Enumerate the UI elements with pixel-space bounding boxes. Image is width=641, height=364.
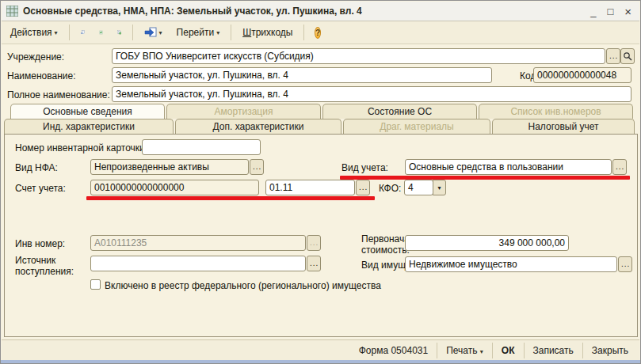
ok-button[interactable]: ОК xyxy=(495,343,521,358)
source-label-line2: поступления: xyxy=(15,266,74,277)
initial-cost-label-line2: стоимость: xyxy=(361,245,410,256)
source-field[interactable] xyxy=(90,256,306,271)
name-field[interactable]: Земельный участок, ул. Пушкина, вл. 4 xyxy=(112,67,492,83)
source-label-line1: Источник xyxy=(15,255,55,266)
name-label: Наименование: xyxy=(7,70,76,82)
goto-menu-button[interactable]: Перейти ▾ xyxy=(171,24,226,41)
go-button[interactable]: ▾ xyxy=(139,23,168,42)
registry-checkbox[interactable] xyxy=(90,279,101,290)
toolbar-separator xyxy=(132,25,133,40)
tab-sostoyanie-os[interactable]: Состояние ОС xyxy=(322,104,477,119)
go-arrow-icon xyxy=(144,26,157,39)
registry-checkbox-label: Включено в реестр федерального (регионал… xyxy=(105,280,381,291)
institution-ellipsis-button[interactable]: ... xyxy=(606,48,620,64)
chevron-down-icon: ▾ xyxy=(159,29,162,36)
toolbar-separator xyxy=(231,25,231,40)
footer-bar: Форма 0504031 Печать ▾ ОК Записать Закры… xyxy=(2,339,639,360)
footer-separator xyxy=(437,343,437,358)
barcodes-accel: Ш xyxy=(242,27,251,38)
kfo-dropdown-button[interactable]: ▾ xyxy=(433,180,446,195)
property-kind-ellipsis-button[interactable]: ... xyxy=(618,256,632,272)
institution-field[interactable]: ГОБУ ВПО Университет искусств (Субсидия) xyxy=(112,48,605,64)
chevron-down-icon: ▾ xyxy=(216,29,219,36)
accounting-kind-ellipsis-button[interactable]: ... xyxy=(612,159,627,175)
chevron-down-icon: ▾ xyxy=(55,29,58,36)
property-kind-field[interactable]: Недвижимое имущество xyxy=(405,256,617,272)
close-icon[interactable]: × xyxy=(624,6,631,17)
institution-search-button[interactable] xyxy=(620,48,635,64)
kfo-label: КФО: xyxy=(379,183,401,194)
tab-dop-kharakteristiki[interactable]: Доп. характеристики xyxy=(175,119,341,134)
window-title: Основные средства, НМА, НПА: Земельный у… xyxy=(23,6,586,17)
search-icon xyxy=(623,51,632,61)
doc-arrow-left-icon xyxy=(81,26,85,39)
tab-drag-materialy[interactable]: Драг. материалы xyxy=(343,119,490,134)
minimize-icon[interactable]: _ xyxy=(590,6,596,17)
full-name-label: Полное наименование: xyxy=(7,89,110,100)
tab-ind-kharakteristiki[interactable]: Инд. характеристики xyxy=(4,119,174,134)
barcodes-button[interactable]: Штрихкоды xyxy=(237,24,298,41)
inv-number-ellipsis-button: ... xyxy=(307,235,321,251)
chevron-down-icon: ▾ xyxy=(480,348,483,355)
window-table-icon xyxy=(6,6,18,17)
print-button[interactable]: Печать ▾ xyxy=(440,343,490,358)
close-button[interactable]: Закрыть xyxy=(586,343,635,358)
form-0504031-button[interactable]: Форма 0504031 xyxy=(353,343,434,358)
save-button[interactable]: Записать xyxy=(527,343,580,358)
account-kps-field[interactable]: 00100000000000000 xyxy=(90,180,259,195)
actions-menu-button[interactable]: Действия ▾ xyxy=(5,24,63,41)
app-window: Основные средства, НМА, НПА: Земельный у… xyxy=(0,0,641,364)
inventory-card-label: Номер инвентарной карточки: xyxy=(15,142,147,154)
nfa-kind-ellipsis-button[interactable]: ... xyxy=(250,159,264,175)
maximize-icon[interactable]: □ xyxy=(607,6,613,17)
toolbar-separator xyxy=(303,25,304,40)
footer-separator xyxy=(524,343,525,358)
inv-number-label: Инв номер: xyxy=(15,238,65,249)
nfa-kind-label: Вид НФА: xyxy=(15,162,58,173)
tab-amortizatsiya[interactable]: Амортизация xyxy=(166,104,321,119)
help-button[interactable]: ? xyxy=(310,25,325,40)
help-icon: ? xyxy=(315,27,321,39)
code-field[interactable]: 000000000000048 xyxy=(533,67,631,83)
footer-separator xyxy=(492,343,493,358)
doc-plus-icon xyxy=(117,26,121,39)
title-bar: Основные средства, НМА, НПА: Земельный у… xyxy=(2,2,639,21)
inventory-card-field[interactable] xyxy=(142,139,261,155)
footer-separator xyxy=(582,343,583,358)
tab-osnovnye-svedeniya[interactable]: Основные сведения xyxy=(10,104,165,119)
reread-button[interactable] xyxy=(75,25,90,40)
kfo-field[interactable]: 4 xyxy=(404,180,433,195)
account-label: Счет учета: xyxy=(15,183,66,194)
tab-nalogovyi-uchet[interactable]: Налоговый учет xyxy=(492,119,635,134)
accounting-kind-label: Вид учета: xyxy=(341,162,388,173)
annotation-underline-account xyxy=(86,196,375,200)
tab-spisok-inv-nomerov[interactable]: Список инв.номеров xyxy=(479,104,633,119)
accounting-kind-field[interactable]: Основные средства в пользовании xyxy=(405,159,612,175)
nfa-kind-field[interactable]: Непроизведенные активы xyxy=(90,159,249,175)
toolbar: Действия ▾ xyxy=(2,21,639,44)
inv-number-field: A010111235 xyxy=(90,235,306,251)
window-controls: _ □ × xyxy=(590,6,635,17)
initial-cost-field[interactable]: 349 000 000,00 xyxy=(405,235,569,251)
chevron-down-icon: ▾ xyxy=(437,184,441,191)
source-ellipsis-button[interactable]: ... xyxy=(307,256,321,271)
account-ellipsis-button[interactable]: ... xyxy=(356,180,370,195)
window-bottom-edge xyxy=(1,360,640,363)
full-name-field[interactable]: Земельный участок, ул. Пушкина, вл. 4 xyxy=(112,86,631,102)
refresh-icon xyxy=(99,26,103,39)
refresh-button[interactable] xyxy=(93,25,109,40)
annotation-underline-accounting-kind xyxy=(340,176,630,180)
copy-new-button[interactable] xyxy=(112,25,127,40)
account-code-field[interactable]: 01.11 xyxy=(265,180,355,195)
institution-label: Учреждение: xyxy=(7,51,64,63)
toolbar-separator xyxy=(69,25,70,40)
barcodes-label: трихкоды xyxy=(251,27,292,38)
